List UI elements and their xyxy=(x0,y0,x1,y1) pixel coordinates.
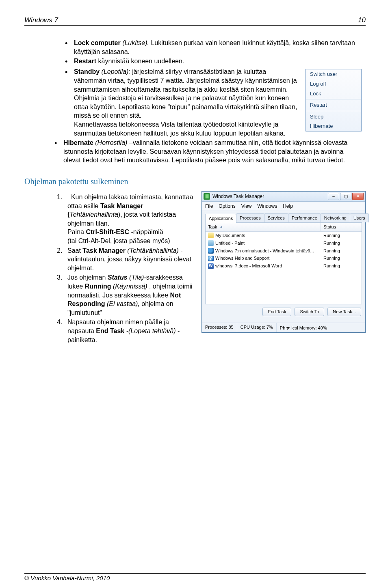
text: Jos ohjelman xyxy=(67,274,108,281)
window-title: Windows Task Manager xyxy=(212,193,328,200)
tab-performance[interactable]: Performance xyxy=(288,213,321,222)
bullet-restart: • Restart käynnistää koneen uudelleen. xyxy=(65,57,362,67)
text: -näppäimiä xyxy=(129,228,163,235)
bullet-standby: • Switch user Log off Lock Restart Sleep… xyxy=(65,67,362,138)
tab-networking[interactable]: Networking xyxy=(321,213,350,222)
menubar: File Options View Windows Help xyxy=(202,202,365,211)
footer-copyright: © Vuokko Vanhala-Nurmi, 2010 xyxy=(24,575,366,582)
step-2: 2. Saat Task Manager (Tehtävänhallinta) … xyxy=(57,246,197,273)
text: (Lepotila): xyxy=(100,68,132,75)
text: Lock computer xyxy=(74,39,121,46)
doc-title: Windows 7 xyxy=(24,16,58,24)
maximize-button[interactable]: ▢ xyxy=(340,193,351,200)
column-task[interactable]: Task ▲ xyxy=(206,223,321,231)
help-icon xyxy=(208,256,214,261)
tab-services[interactable]: Services xyxy=(264,213,288,222)
step-1: 1. Kun ohjelma lakkaa toimimasta, kannat… xyxy=(57,193,197,246)
table-row[interactable]: My Documents Running xyxy=(206,232,362,239)
menu-restart[interactable]: Restart xyxy=(306,100,361,110)
text: Restart xyxy=(74,58,96,65)
list-header: Task ▲ Status xyxy=(206,223,362,232)
text: järjestelmä siirtyy virransäästötilaan j… xyxy=(74,68,297,119)
menu-lock[interactable]: Lock xyxy=(306,89,361,99)
shutdown-menu-screenshot: Switch user Log off Lock Restart Sleep H… xyxy=(306,69,362,131)
bullet-lock: • Lock computer (Lukitse). Lukituksen pu… xyxy=(65,39,362,56)
text: End Task xyxy=(96,327,124,334)
task-status: Running xyxy=(321,263,362,269)
titlebar[interactable]: Windows Task Manager – ▢ ✕ xyxy=(202,192,365,202)
table-row[interactable]: windows_7.docx - Microsoft Word Running xyxy=(206,262,362,270)
minimize-button[interactable]: – xyxy=(328,193,339,200)
task-name: My Documents xyxy=(215,233,245,239)
menu-windows[interactable]: Windows xyxy=(258,203,277,209)
text: (tai Ctrl-Alt-Del, josta pääsee myös) xyxy=(67,237,170,244)
text: Ctrl-Shift-ESC xyxy=(86,228,129,235)
tab-processes[interactable]: Processes xyxy=(236,213,264,222)
menu-switch-user[interactable]: Switch user xyxy=(306,69,361,79)
end-task-button[interactable]: End Task xyxy=(262,308,291,316)
text: Standby xyxy=(74,68,100,75)
menu-separator xyxy=(306,111,361,111)
task-status: Running xyxy=(321,248,362,254)
task-status: Running xyxy=(321,232,362,239)
taskmgr-icon xyxy=(204,193,210,200)
button-row: End Task Switch To New Task... xyxy=(205,304,362,319)
text: Paina xyxy=(67,228,86,235)
step-4: 4. Napsauta ohjelman nimen päälle ja nap… xyxy=(57,318,197,344)
text: (Käynnissä) xyxy=(111,283,147,290)
task-name: Windows Help and Support xyxy=(215,255,269,261)
table-row[interactable]: Windows 7:n ominaisuudet - Windowsin teh… xyxy=(206,247,362,255)
column-status[interactable]: Status xyxy=(321,223,362,231)
tabstrip: Applications Processes Services Performa… xyxy=(205,213,362,223)
table-row[interactable]: Windows Help and Support Running xyxy=(206,254,362,262)
text: käynnistää koneen uudelleen. xyxy=(96,58,184,65)
menu-options[interactable]: Options xyxy=(219,203,235,209)
menu-help[interactable]: Help xyxy=(283,203,293,209)
text: (Tila)- xyxy=(128,274,146,281)
text: Task xyxy=(208,224,217,230)
menu-sleep[interactable]: Sleep xyxy=(306,112,361,122)
text: Hibernate xyxy=(63,139,93,146)
shutdown-bullets: • Lock computer (Lukitse). Lukituksen pu… xyxy=(65,39,362,165)
page-footer: © Vuokko Vanhala-Nurmi, 2010 xyxy=(24,572,366,582)
task-name: Untitled - Paint xyxy=(215,240,245,246)
status-memory: Ph➤ical Memory: 49% xyxy=(277,323,365,333)
close-button[interactable]: ✕ xyxy=(352,193,364,200)
text: Tehtävienhallinta xyxy=(69,211,118,218)
menu-file[interactable]: File xyxy=(205,203,213,209)
text: Running xyxy=(85,283,111,290)
ie-icon xyxy=(208,248,214,254)
status-processes: Processes: 85 xyxy=(202,323,237,333)
menu-log-off[interactable]: Log off xyxy=(306,79,361,89)
text: (Ei vastaa), xyxy=(107,300,141,307)
word-icon xyxy=(208,263,214,269)
menu-separator xyxy=(306,99,361,99)
header-divider xyxy=(24,27,366,27)
sort-caret-icon: ▲ xyxy=(220,225,223,229)
task-list: Task ▲ Status My Documents Running Untit… xyxy=(205,223,362,304)
new-task-button[interactable]: New Task... xyxy=(327,308,361,316)
text: (Lukitse). xyxy=(121,39,149,46)
menu-view[interactable]: View xyxy=(241,203,252,209)
text: Task Manager xyxy=(82,247,127,254)
tab-applications[interactable]: Applications xyxy=(205,214,236,223)
paint-icon xyxy=(208,240,214,246)
status-cpu: CPU Usage: 7% xyxy=(237,323,277,333)
text: (Horrostila) xyxy=(93,139,129,146)
text: Kannettavassa tietokoneessa Vista tallen… xyxy=(74,121,285,137)
switch-to-button[interactable]: Switch To xyxy=(295,308,324,316)
task-status: Running xyxy=(321,240,362,247)
text: Ph xyxy=(280,325,285,330)
text: Saat xyxy=(67,247,82,254)
statusbar: Processes: 85 CPU Usage: 7% Ph➤ical Memo… xyxy=(202,323,365,333)
text: ical Memory: 49% xyxy=(291,325,327,330)
tab-users[interactable]: Users xyxy=(350,213,369,222)
page-number: 10 xyxy=(358,16,366,24)
task-status: Running xyxy=(321,255,362,262)
page-header: Windows 7 10 xyxy=(24,16,366,26)
section-heading: Ohjelman pakotettu sulkeminen xyxy=(24,176,366,187)
task-manager-window: Windows Task Manager – ▢ ✕ File Options … xyxy=(202,191,366,333)
bullet-hibernate: • Hibernate (Horrostila) –valinnalla tie… xyxy=(54,138,362,165)
table-row[interactable]: Untitled - Paint Running xyxy=(206,239,362,247)
menu-hibernate[interactable]: Hibernate xyxy=(306,121,361,131)
